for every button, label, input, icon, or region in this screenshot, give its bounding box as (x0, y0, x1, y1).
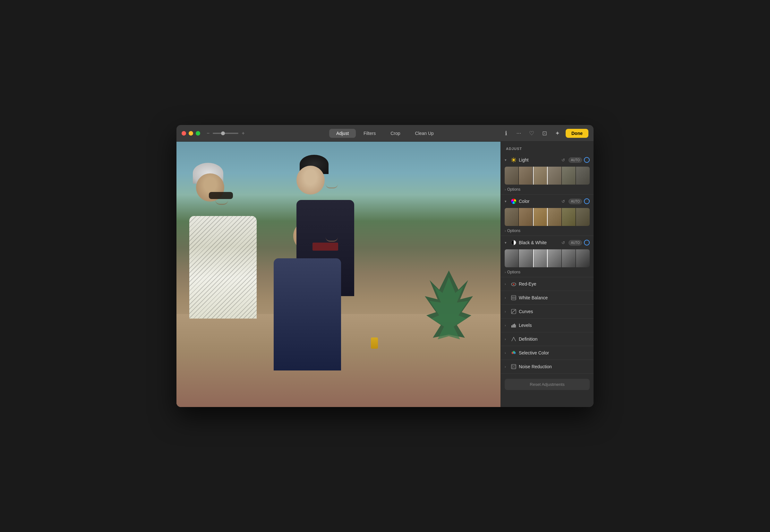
filmstrip-item-5[interactable] (562, 167, 576, 185)
svg-rect-32 (515, 368, 515, 368)
redeye-chevron: › (505, 282, 508, 286)
light-filmstrip (505, 167, 590, 185)
svg-line-7 (515, 158, 515, 159)
color-filmstrip-item-5[interactable] (562, 208, 576, 226)
crop-icon[interactable]: ⊡ (540, 129, 549, 138)
color-title: Color (519, 199, 557, 204)
color-filmstrip-item-2[interactable] (519, 208, 533, 226)
section-curves[interactable]: › Curves (501, 305, 594, 319)
section-bw-header[interactable]: ▾ Black & White ↺ AUTO (501, 236, 594, 249)
light-options-row[interactable]: › Options (501, 186, 594, 194)
section-wb[interactable]: › White Balance (501, 291, 594, 305)
section-noise[interactable]: › Noise Reduction (501, 360, 594, 374)
body-1 (189, 216, 257, 319)
done-button[interactable]: Done (565, 129, 589, 138)
face-2 (297, 166, 325, 195)
zoom-in-button[interactable]: + (240, 131, 246, 136)
bw-chevron: ▾ (505, 241, 508, 245)
section-color: ▾ Color ↺ AUTO (501, 195, 594, 236)
bw-options-label: Options (507, 270, 520, 274)
bw-undo-button[interactable]: ↺ (559, 239, 566, 246)
section-levels[interactable]: › Levels (501, 319, 594, 332)
drink-can (371, 337, 378, 349)
nav-tabs: Adjust Filters Crop Clean Up (329, 129, 441, 138)
color-filmstrip-item-6[interactable] (576, 208, 590, 226)
section-selective-color[interactable]: › Selective Color (501, 346, 594, 360)
definition-title: Definition (519, 337, 537, 342)
more-icon[interactable]: ··· (514, 129, 523, 138)
bw-filmstrip (505, 249, 590, 267)
bw-filmstrip-item-6[interactable] (576, 249, 590, 267)
tab-adjust[interactable]: Adjust (329, 129, 356, 138)
section-redeye[interactable]: › Red-Eye (501, 277, 594, 291)
section-definition[interactable]: › Definition (501, 332, 594, 346)
color-undo-button[interactable]: ↺ (559, 198, 566, 205)
light-options-label: Options (507, 187, 520, 192)
maximize-button[interactable] (196, 131, 200, 136)
tab-filters[interactable]: Filters (356, 129, 383, 138)
bw-filmstrip-item-2[interactable] (519, 249, 533, 267)
light-auto-badge[interactable]: AUTO (568, 157, 582, 163)
section-light-header[interactable]: ▾ Light (501, 153, 594, 167)
curves-title: Curves (519, 309, 533, 314)
svg-point-22 (514, 352, 516, 354)
definition-chevron: › (505, 337, 508, 341)
heart-icon[interactable]: ♡ (527, 129, 536, 138)
info-icon[interactable]: ℹ (501, 129, 510, 138)
noise-chevron: › (505, 365, 508, 369)
photo-area (176, 142, 500, 407)
tab-crop[interactable]: Crop (383, 129, 407, 138)
svg-rect-19 (515, 325, 516, 328)
filmstrip-item-3[interactable] (533, 167, 548, 185)
section-color-header[interactable]: ▾ Color ↺ AUTO (501, 195, 594, 208)
bw-options-chevron: › (505, 270, 506, 274)
bw-auto-badge[interactable]: AUTO (568, 240, 582, 245)
close-button[interactable] (181, 131, 186, 136)
plant-svg (423, 264, 474, 354)
light-toggle[interactable] (584, 157, 590, 163)
titlebar-actions: ℹ ··· ♡ ⊡ ✦ Done (501, 129, 589, 138)
svg-rect-24 (512, 365, 513, 366)
color-filmstrip-item-1[interactable] (505, 208, 519, 226)
color-filmstrip-item-3[interactable] (533, 208, 548, 226)
body-pattern-1 (189, 216, 257, 319)
filmstrip-item-1[interactable] (505, 167, 519, 185)
selective-title: Selective Color (519, 350, 549, 355)
color-filmstrip (505, 208, 590, 226)
svg-point-0 (513, 159, 515, 161)
sidebar: ADJUST ▾ (500, 142, 594, 407)
svg-point-10 (513, 284, 515, 285)
bw-filmstrip-item-1[interactable] (505, 249, 519, 267)
magic-icon[interactable]: ✦ (553, 129, 562, 138)
wb-chevron: › (505, 296, 508, 300)
filmstrip-item-6[interactable] (576, 167, 590, 185)
bw-options-row[interactable]: › Options (501, 269, 594, 277)
bw-filmstrip-item-4[interactable] (548, 249, 562, 267)
tab-cleanup[interactable]: Clean Up (408, 129, 441, 138)
color-filmstrip-item-4[interactable] (548, 208, 562, 226)
svg-rect-29 (515, 366, 515, 367)
reset-adjustments-button[interactable]: Reset Adjustments (505, 379, 590, 390)
levels-chevron: › (505, 323, 508, 327)
svg-rect-28 (513, 366, 514, 367)
bw-toggle[interactable] (584, 240, 590, 245)
filmstrip-item-2[interactable] (519, 167, 533, 185)
svg-rect-25 (513, 365, 514, 366)
color-controls: ↺ AUTO (559, 198, 590, 205)
color-toggle[interactable] (584, 198, 590, 204)
zoom-slider[interactable] (213, 133, 239, 134)
color-options-row[interactable]: › Options (501, 227, 594, 236)
light-controls: ↺ AUTO (559, 156, 590, 163)
svg-rect-16 (511, 325, 512, 328)
minimize-button[interactable] (188, 131, 193, 136)
bw-filmstrip-item-5[interactable] (562, 249, 576, 267)
svg-line-8 (512, 161, 512, 162)
traffic-lights (181, 131, 200, 136)
light-undo-button[interactable]: ↺ (559, 156, 566, 163)
color-auto-badge[interactable]: AUTO (568, 199, 582, 204)
zoom-out-button[interactable]: − (205, 131, 211, 136)
bw-filmstrip-item-3[interactable] (533, 249, 548, 267)
body-3 (274, 258, 341, 370)
titlebar: − + Adjust Filters Crop Clean Up ℹ ··· ♡… (176, 125, 594, 142)
filmstrip-item-4[interactable] (548, 167, 562, 185)
